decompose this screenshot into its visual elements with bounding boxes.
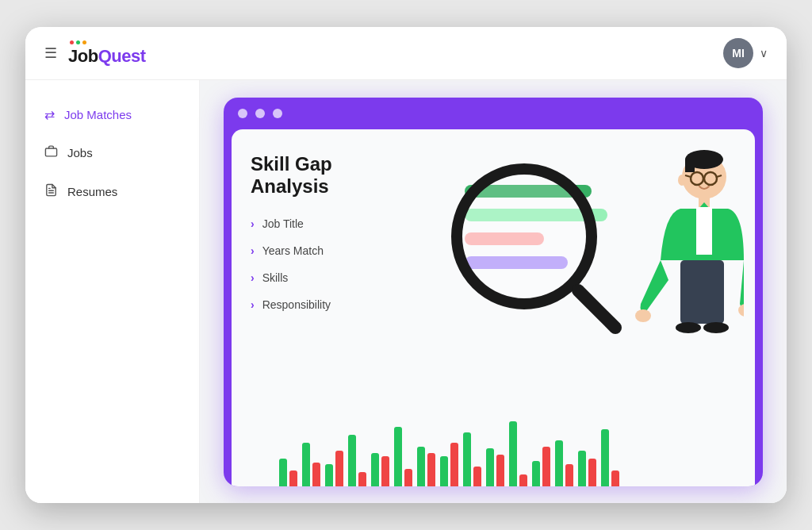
bar-group [486,448,504,486]
bar-red [496,455,504,486]
list-item: › Job Title [251,217,441,230]
browser-titlebar [224,98,763,129]
chevron-right-icon: › [251,217,255,230]
resumes-icon [44,183,58,200]
skill-gap-title: Skill Gap Analysis [251,153,441,199]
bar-green [601,429,609,486]
bar-green [394,427,402,486]
bar-red [450,443,458,486]
jobs-icon [44,144,58,161]
logo-quest: Quest [98,46,146,66]
skill-gap-item-label: Responsibility [262,298,331,311]
body: ⇄ Job Matches Jobs [25,80,787,503]
bar-group [578,451,596,486]
svg-rect-7 [685,159,695,172]
chevron-right-icon: › [251,244,255,257]
logo-job: Job [68,46,98,66]
browser-dot-1 [238,109,247,118]
bar-group [601,429,619,486]
logo-container: JobQuest [68,40,145,67]
list-item: › Years Match [251,244,441,257]
bar-group [532,447,550,486]
sidebar-item-resumes[interactable]: Resumes [25,172,199,211]
chevron-down-icon[interactable]: ∨ [760,47,768,60]
bar-green [325,464,333,486]
sidebar-item-label-jobs: Jobs [67,146,93,159]
sidebar-item-label-job-matches: Job Matches [64,108,132,121]
bar-green [440,456,448,486]
bar-green [509,421,517,486]
bar-red [473,467,481,486]
person-svg [617,145,744,391]
app-container: ☰ JobQuest MI ∨ [25,27,787,503]
bars-section [232,415,755,486]
bar-group [371,453,389,486]
bar-group [417,447,435,486]
bar-red [381,456,389,486]
hamburger-icon[interactable]: ☰ [44,44,57,62]
bar-group [279,459,297,486]
bar-red [565,464,573,486]
logo-dot-green [76,40,80,44]
sidebar-item-job-matches[interactable]: ⇄ Job Matches [25,96,199,133]
bar-green [279,459,287,486]
bar-green [371,453,379,486]
sidebar: ⇄ Job Matches Jobs [25,80,200,503]
svg-rect-15 [696,207,712,255]
bar-green [463,432,471,486]
bar-group [440,443,458,486]
bar-red [588,459,596,486]
person-illustration [617,145,744,394]
bar-red [519,474,527,486]
bar-red [542,447,550,486]
bar-red [312,463,320,486]
browser-dot-3 [273,109,282,118]
browser-body: Skill Gap Analysis › Job Title › [232,129,755,486]
bar-group [394,427,412,486]
bar-group [463,432,481,486]
bar-green [486,448,494,486]
skill-gap-item-label: Skills [262,271,289,284]
header: ☰ JobQuest MI ∨ [25,27,787,80]
header-right: MI ∨ [723,38,768,68]
chevron-right-icon: › [251,271,255,284]
main-content: Skill Gap Analysis › Job Title › [200,80,787,503]
bar-group [555,440,573,486]
bar-red [404,469,412,486]
magnifier-svg [449,161,623,336]
svg-point-3 [457,169,592,304]
logo-dot-red [70,40,74,44]
bar-group [348,435,366,486]
bar-green [532,461,540,486]
bar-red [335,451,343,486]
bar-red [611,470,619,486]
svg-rect-18 [680,260,724,324]
bar-green [417,447,425,486]
svg-line-4 [578,290,615,328]
sidebar-item-jobs[interactable]: Jobs [25,133,199,172]
svg-point-19 [676,322,701,333]
bar-green [302,443,310,486]
job-matches-icon: ⇄ [44,107,55,122]
svg-point-16 [635,309,651,322]
bar-red [358,472,366,486]
list-item: › Responsibility [251,298,441,311]
bar-group [325,451,343,486]
avatar[interactable]: MI [723,38,753,68]
svg-point-13 [678,175,686,186]
logo-text: JobQuest [68,46,145,67]
chevron-right-icon: › [251,298,255,311]
bar-green [578,451,586,486]
browser-card: Skill Gap Analysis › Job Title › [224,98,763,486]
sidebar-item-label-resumes: Resumes [67,185,117,198]
list-item: › Skills [251,271,441,284]
bar-group [509,421,527,486]
skill-gap-list: › Job Title › Years Match › Skills [251,217,441,311]
magnifier-container [449,161,623,339]
skill-gap-item-label: Years Match [262,244,324,257]
bar-group [302,443,320,486]
logo-dot-yellow [82,40,86,44]
skill-gap-item-label: Job Title [262,217,304,230]
bar-green [348,435,356,486]
svg-point-17 [738,304,744,317]
